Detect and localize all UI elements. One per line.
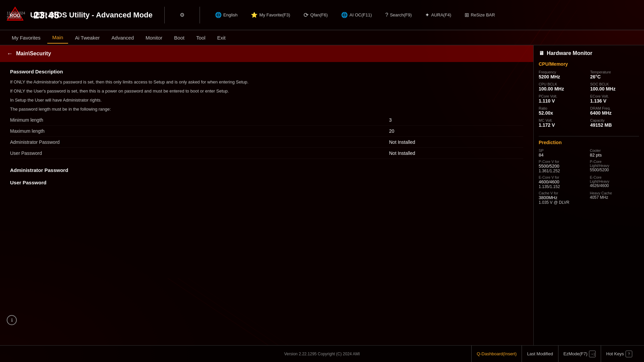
- main-content: ← Main\Security Password Description If …: [0, 45, 644, 345]
- description-4: The password length must be in the follo…: [10, 106, 523, 113]
- prediction-heavy-cache: Heavy Cache 4057 MHz: [590, 191, 639, 205]
- info-icon[interactable]: ℹ: [7, 315, 17, 325]
- settings-icon[interactable]: ⚙: [176, 10, 188, 20]
- monitor-cell-mc-volt: MC Volt. 1.172 V: [539, 118, 588, 128]
- hot-keys-button[interactable]: Hot Keys ?: [601, 346, 637, 362]
- hotkeys-icon: ?: [626, 351, 632, 357]
- breadcrumb: ← Main\Security: [0, 45, 533, 62]
- monitor-cell-capacity: Capacity 49152 MB: [590, 118, 639, 128]
- section-title: Password Description: [10, 69, 523, 74]
- prediction-cooler: Cooler 82 pts: [590, 148, 639, 158]
- prediction-ecore-v-for: E-Core V for 4600/4600 1.135/1.152: [539, 175, 588, 189]
- admin-password-option[interactable]: Administrator Password: [10, 164, 523, 176]
- monitor-cell-pcore-volt: PCore Volt. 1.110 V: [539, 94, 588, 104]
- monitor-cell-temperature: Temperature 26°C: [590, 70, 639, 79]
- sidebar-item-tool[interactable]: Tool: [191, 32, 211, 43]
- description-3: In Setup the User will have Administrato…: [10, 97, 523, 104]
- prediction-pcore-light-heavy: P-Core Light/Heavy 5500/5200: [590, 160, 639, 173]
- tool-aura[interactable]: ✦ AURA(F4): [422, 10, 454, 20]
- user-password-value: Not Installed: [389, 150, 523, 156]
- max-length-value: 20: [389, 128, 523, 134]
- sidebar-item-exit[interactable]: Exit: [212, 32, 230, 43]
- prediction-pcore-v-for: P-Core V for 5500/5200 1.361/1.252: [539, 160, 588, 173]
- nav-bar: My Favorites Main Ai Tweaker Advanced Mo…: [0, 30, 644, 45]
- tool-english[interactable]: 🌐 English: [212, 10, 241, 20]
- monitor-icon: 🖥: [539, 50, 544, 56]
- admin-password-label: Administrator Password: [10, 139, 389, 145]
- tool-search[interactable]: ? Search(F9): [382, 10, 415, 20]
- admin-password-value: Not Installed: [389, 139, 523, 145]
- sidebar-item-main[interactable]: Main: [47, 32, 68, 44]
- prediction-header: Prediction: [539, 140, 639, 145]
- header-divider: [164, 7, 165, 23]
- info-icon-area: ℹ: [7, 315, 17, 325]
- center-panel: ← Main\Security Password Description If …: [0, 45, 533, 345]
- info-row-min-length: Minimum length 3: [10, 115, 523, 126]
- monitor-divider: [539, 136, 639, 136]
- day-display: Saturday: [7, 15, 25, 19]
- max-length-label: Maximum length: [10, 128, 389, 134]
- back-button[interactable]: ←: [7, 50, 13, 57]
- min-length-value: 3: [389, 117, 523, 123]
- tool-resizebar[interactable]: ⊞ ReSize BAR: [461, 10, 498, 20]
- header-divider2: [200, 7, 200, 23]
- sidebar-item-ai-tweaker[interactable]: Ai Tweaker: [70, 32, 105, 43]
- cpu-memory-header: CPU/Memory: [539, 61, 639, 67]
- hardware-monitor-panel: 🖥 Hardware Monitor CPU/Memory Frequency …: [533, 45, 644, 345]
- description-1: If ONLY the Administrator's password is …: [10, 78, 523, 86]
- date-display: 11/02/2024: [7, 11, 25, 15]
- q-dashboard-button[interactable]: Q-Dashboard(Insert): [471, 346, 522, 362]
- prediction-grid: SP 84 Cooler 82 pts P-Core V for 5500/52…: [539, 148, 639, 205]
- sidebar-item-boot[interactable]: Boot: [169, 32, 190, 43]
- last-modified-button[interactable]: Last Modified: [522, 346, 558, 362]
- user-password-option[interactable]: User Password: [10, 176, 523, 189]
- content-area: Password Description If ONLY the Adminis…: [0, 62, 533, 345]
- sidebar-item-monitor[interactable]: Monitor: [141, 32, 167, 43]
- cpu-memory-grid: Frequency 5200 MHz Temperature 26°C CPU …: [539, 70, 639, 128]
- prediction-ecore-light-heavy: E-Core Light/Heavy 4626/4600: [590, 175, 639, 189]
- ezmode-icon: →|: [589, 351, 596, 357]
- sidebar-item-my-favorites[interactable]: My Favorites: [7, 32, 46, 43]
- breadcrumb-path: Main\Security: [16, 51, 51, 57]
- hw-monitor-title: 🖥 Hardware Monitor: [539, 50, 639, 56]
- tool-qfan[interactable]: ⟳ Qfan(F6): [300, 10, 331, 20]
- header-left: ROG UEFI BIOS Utility - Advanced Mode ⚙ …: [7, 7, 498, 23]
- datetime-area: 11/02/2024 Saturday: [7, 11, 25, 19]
- sidebar-item-advanced[interactable]: Advanced: [106, 32, 139, 43]
- monitor-cell-soc-bclk: SOC BCLK 100.00 MHz: [590, 82, 639, 92]
- tool-myfavorite[interactable]: ⭐ My Favorite(F3): [248, 10, 293, 20]
- info-row-user-password: User Password Not Installed: [10, 148, 523, 159]
- top-bar: ROG UEFI BIOS Utility - Advanced Mode ⚙ …: [0, 0, 644, 30]
- prediction-cache-v-for: Cache V for 3800MHz 1.035 V @ DLVR: [539, 191, 588, 205]
- description-2: If ONLY the User's password is set, then…: [10, 87, 523, 95]
- info-row-max-length: Maximum length 20: [10, 126, 523, 137]
- ezmode-button[interactable]: EzMode(F7) →|: [558, 346, 601, 362]
- monitor-cell-frequency: Frequency 5200 MHz: [539, 70, 588, 79]
- copyright-text: Version 2.22.1295 Copyright (C) 2024 AMI: [284, 352, 360, 356]
- info-row-admin-password: Administrator Password Not Installed: [10, 137, 523, 148]
- monitor-cell-cpu-bclk: CPU BCLK 100.00 MHz: [539, 82, 588, 92]
- monitor-cell-ratio: Ratio 52.00x: [539, 106, 588, 116]
- monitor-cell-dram-freq: DRAM Freq. 6400 MHz: [590, 106, 639, 116]
- time-display: 23:45: [34, 9, 59, 21]
- min-length-label: Minimum length: [10, 117, 389, 123]
- user-password-label: User Password: [10, 150, 389, 156]
- prediction-sp: SP 84: [539, 148, 588, 158]
- tool-aioc[interactable]: 🌐 AI OC(F11): [338, 10, 375, 20]
- monitor-cell-ecore-volt: ECore Volt. 1.136 V: [590, 94, 639, 104]
- bottom-bar: Version 2.22.1295 Copyright (C) 2024 AMI…: [0, 345, 644, 362]
